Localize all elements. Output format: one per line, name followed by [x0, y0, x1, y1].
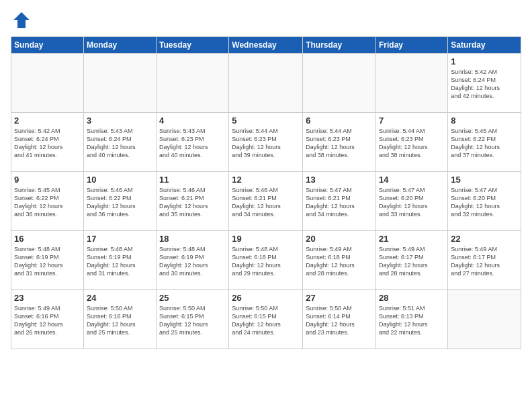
cell-info: Sunrise: 5:43 AM Sunset: 6:23 PM Dayligh… [159, 127, 226, 160]
cell-info: Sunrise: 5:45 AM Sunset: 6:22 PM Dayligh… [451, 127, 518, 160]
day-number: 2 [14, 116, 81, 126]
day-number: 19 [232, 234, 300, 244]
cell-info: Sunrise: 5:44 AM Sunset: 6:23 PM Dayligh… [306, 127, 373, 160]
cell-info: Sunrise: 5:42 AM Sunset: 6:24 PM Dayligh… [14, 127, 81, 160]
calendar-cell: 4Sunrise: 5:43 AM Sunset: 6:23 PM Daylig… [157, 113, 229, 172]
cell-info: Sunrise: 5:46 AM Sunset: 6:21 PM Dayligh… [159, 186, 226, 219]
calendar-cell: 14Sunrise: 5:47 AM Sunset: 6:20 PM Dayli… [376, 172, 448, 231]
calendar-cell [448, 290, 521, 349]
calendar-cell: 2Sunrise: 5:42 AM Sunset: 6:24 PM Daylig… [11, 113, 84, 172]
cell-info: Sunrise: 5:50 AM Sunset: 6:14 PM Dayligh… [306, 304, 373, 337]
day-number: 23 [14, 293, 81, 303]
calendar-cell [83, 54, 156, 113]
cell-info: Sunrise: 5:49 AM Sunset: 6:17 PM Dayligh… [379, 245, 445, 278]
cell-info: Sunrise: 5:43 AM Sunset: 6:24 PM Dayligh… [87, 127, 153, 160]
weekday-header-sunday: Sunday [11, 37, 84, 54]
calendar-cell: 16Sunrise: 5:48 AM Sunset: 6:19 PM Dayli… [11, 231, 84, 290]
cell-info: Sunrise: 5:44 AM Sunset: 6:23 PM Dayligh… [232, 127, 300, 160]
calendar-cell: 21Sunrise: 5:49 AM Sunset: 6:17 PM Dayli… [376, 231, 448, 290]
weekday-header-thursday: Thursday [303, 37, 376, 54]
week-row-3: 9Sunrise: 5:45 AM Sunset: 6:22 PM Daylig… [11, 172, 521, 231]
day-number: 11 [159, 175, 226, 185]
calendar-cell: 23Sunrise: 5:49 AM Sunset: 6:16 PM Dayli… [11, 290, 84, 349]
cell-info: Sunrise: 5:48 AM Sunset: 6:18 PM Dayligh… [232, 245, 300, 278]
calendar-cell: 9Sunrise: 5:45 AM Sunset: 6:22 PM Daylig… [11, 172, 84, 231]
calendar-cell: 19Sunrise: 5:48 AM Sunset: 6:18 PM Dayli… [229, 231, 303, 290]
day-number: 5 [232, 116, 300, 126]
calendar-cell: 28Sunrise: 5:51 AM Sunset: 6:13 PM Dayli… [376, 290, 448, 349]
calendar-cell: 1Sunrise: 5:42 AM Sunset: 6:24 PM Daylig… [448, 54, 521, 113]
cell-info: Sunrise: 5:49 AM Sunset: 6:17 PM Dayligh… [451, 245, 518, 278]
cell-info: Sunrise: 5:46 AM Sunset: 6:21 PM Dayligh… [232, 186, 300, 219]
calendar-cell: 13Sunrise: 5:47 AM Sunset: 6:21 PM Dayli… [303, 172, 376, 231]
day-number: 18 [159, 234, 226, 244]
day-number: 9 [14, 175, 81, 185]
day-number: 24 [87, 293, 153, 303]
calendar-cell: 22Sunrise: 5:49 AM Sunset: 6:17 PM Dayli… [448, 231, 521, 290]
day-number: 13 [306, 175, 373, 185]
calendar-cell: 6Sunrise: 5:44 AM Sunset: 6:23 PM Daylig… [303, 113, 376, 172]
cell-info: Sunrise: 5:49 AM Sunset: 6:16 PM Dayligh… [14, 304, 81, 337]
page: SundayMondayTuesdayWednesdayThursdayFrid… [0, 0, 532, 360]
calendar-cell: 20Sunrise: 5:49 AM Sunset: 6:18 PM Dayli… [303, 231, 376, 290]
cell-info: Sunrise: 5:47 AM Sunset: 6:20 PM Dayligh… [451, 186, 518, 219]
calendar-cell: 8Sunrise: 5:45 AM Sunset: 6:22 PM Daylig… [448, 113, 521, 172]
weekday-header-row: SundayMondayTuesdayWednesdayThursdayFrid… [11, 37, 521, 54]
calendar-cell [229, 54, 303, 113]
day-number: 28 [379, 293, 445, 303]
svg-marker-0 [13, 12, 30, 28]
calendar-cell: 18Sunrise: 5:48 AM Sunset: 6:19 PM Dayli… [157, 231, 229, 290]
cell-info: Sunrise: 5:44 AM Sunset: 6:23 PM Dayligh… [379, 127, 445, 160]
day-number: 4 [159, 116, 226, 126]
calendar-cell: 27Sunrise: 5:50 AM Sunset: 6:14 PM Dayli… [303, 290, 376, 349]
cell-info: Sunrise: 5:48 AM Sunset: 6:19 PM Dayligh… [14, 245, 81, 278]
calendar-cell: 24Sunrise: 5:50 AM Sunset: 6:16 PM Dayli… [83, 290, 156, 349]
logo-icon [12, 11, 31, 30]
calendar-cell [303, 54, 376, 113]
cell-info: Sunrise: 5:48 AM Sunset: 6:19 PM Dayligh… [87, 245, 153, 278]
day-number: 12 [232, 175, 300, 185]
calendar-cell: 3Sunrise: 5:43 AM Sunset: 6:24 PM Daylig… [83, 113, 156, 172]
cell-info: Sunrise: 5:51 AM Sunset: 6:13 PM Dayligh… [379, 304, 445, 337]
day-number: 6 [306, 116, 373, 126]
day-number: 7 [379, 116, 445, 126]
calendar-cell: 5Sunrise: 5:44 AM Sunset: 6:23 PM Daylig… [229, 113, 303, 172]
cell-info: Sunrise: 5:42 AM Sunset: 6:24 PM Dayligh… [451, 68, 518, 101]
day-number: 3 [87, 116, 153, 126]
calendar-cell: 10Sunrise: 5:46 AM Sunset: 6:22 PM Dayli… [83, 172, 156, 231]
week-row-2: 2Sunrise: 5:42 AM Sunset: 6:24 PM Daylig… [11, 113, 521, 172]
cell-info: Sunrise: 5:49 AM Sunset: 6:18 PM Dayligh… [306, 245, 373, 278]
day-number: 8 [451, 116, 518, 126]
cell-info: Sunrise: 5:45 AM Sunset: 6:22 PM Dayligh… [14, 186, 81, 219]
day-number: 1 [451, 56, 518, 66]
cell-info: Sunrise: 5:47 AM Sunset: 6:20 PM Dayligh… [379, 186, 445, 219]
logo [11, 11, 31, 30]
calendar-cell [376, 54, 448, 113]
day-number: 16 [14, 234, 81, 244]
calendar-cell: 25Sunrise: 5:50 AM Sunset: 6:15 PM Dayli… [157, 290, 229, 349]
week-row-5: 23Sunrise: 5:49 AM Sunset: 6:16 PM Dayli… [11, 290, 521, 349]
calendar-cell [157, 54, 229, 113]
calendar-cell: 11Sunrise: 5:46 AM Sunset: 6:21 PM Dayli… [157, 172, 229, 231]
day-number: 15 [451, 175, 518, 185]
cell-info: Sunrise: 5:50 AM Sunset: 6:15 PM Dayligh… [232, 304, 300, 337]
calendar-cell: 17Sunrise: 5:48 AM Sunset: 6:19 PM Dayli… [83, 231, 156, 290]
day-number: 27 [306, 293, 373, 303]
calendar-cell: 15Sunrise: 5:47 AM Sunset: 6:20 PM Dayli… [448, 172, 521, 231]
cell-info: Sunrise: 5:47 AM Sunset: 6:21 PM Dayligh… [306, 186, 373, 219]
weekday-header-friday: Friday [376, 37, 448, 54]
day-number: 14 [379, 175, 445, 185]
calendar-table: SundayMondayTuesdayWednesdayThursdayFrid… [11, 36, 521, 349]
weekday-header-saturday: Saturday [448, 37, 521, 54]
calendar-cell: 7Sunrise: 5:44 AM Sunset: 6:23 PM Daylig… [376, 113, 448, 172]
header-area [11, 11, 521, 30]
weekday-header-wednesday: Wednesday [229, 37, 303, 54]
calendar-cell: 12Sunrise: 5:46 AM Sunset: 6:21 PM Dayli… [229, 172, 303, 231]
day-number: 10 [87, 175, 153, 185]
day-number: 25 [159, 293, 226, 303]
week-row-1: 1Sunrise: 5:42 AM Sunset: 6:24 PM Daylig… [11, 54, 521, 113]
cell-info: Sunrise: 5:46 AM Sunset: 6:22 PM Dayligh… [87, 186, 153, 219]
weekday-header-tuesday: Tuesday [157, 37, 229, 54]
cell-info: Sunrise: 5:50 AM Sunset: 6:16 PM Dayligh… [87, 304, 153, 337]
calendar-cell: 26Sunrise: 5:50 AM Sunset: 6:15 PM Dayli… [229, 290, 303, 349]
